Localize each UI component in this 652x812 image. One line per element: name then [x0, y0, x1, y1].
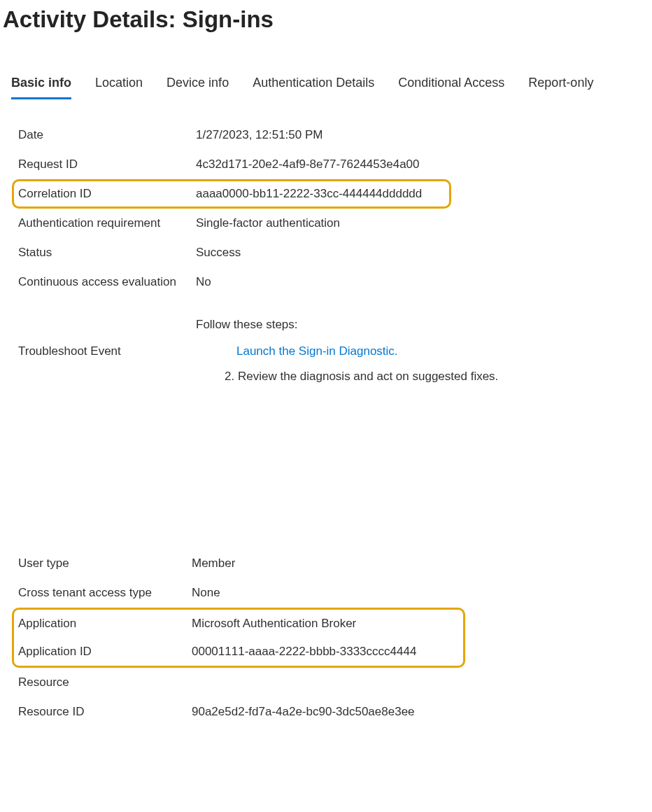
value-resource-id: 90a2e5d2-fd7a-4a2e-bc90-3dc50ae8e3ee	[192, 705, 415, 719]
label-resource-id: Resource ID	[18, 705, 192, 719]
label-continuous-access-eval: Continuous access evaluation	[18, 275, 196, 289]
step-review-diagnosis: Review the diagnosis and act on suggeste…	[238, 370, 652, 384]
troubleshoot-steps: Launch the Sign-in Diagnostic. Review th…	[196, 344, 652, 384]
page-title: Activity Details: Sign-ins	[3, 6, 652, 34]
label-cross-tenant: Cross tenant access type	[18, 586, 192, 600]
row-application-id: Application ID 00001111-aaaa-2222-bbbb-3…	[18, 638, 463, 662]
value-correlation-id: aaaa0000-bb11-2222-33cc-444444dddddd	[196, 187, 422, 201]
row-status: Status Success	[18, 238, 652, 267]
step-launch-diagnostic: Launch the Sign-in Diagnostic.	[236, 344, 652, 358]
row-user-type: User type Member	[18, 549, 652, 578]
tab-authentication-details[interactable]: Authentication Details	[253, 76, 374, 99]
label-status: Status	[18, 246, 196, 260]
row-correlation-id: Correlation ID aaaa0000-bb11-2222-33cc-4…	[18, 186, 449, 202]
tab-location[interactable]: Location	[95, 76, 143, 99]
follow-steps-text: Follow these steps:	[196, 318, 652, 332]
label-troubleshoot-event: Troubleshoot Event	[18, 318, 196, 358]
troubleshoot-content: Follow these steps: Launch the Sign-in D…	[196, 318, 652, 395]
label-date: Date	[18, 128, 196, 142]
row-application: Application Microsoft Authentication Bro…	[18, 614, 463, 638]
row-auth-requirement: Authentication requirement Single-factor…	[18, 209, 652, 238]
row-date: Date 1/27/2023, 12:51:50 PM	[18, 120, 652, 150]
value-application: Microsoft Authentication Broker	[192, 617, 356, 631]
link-launch-signin-diagnostic[interactable]: Launch the Sign-in Diagnostic.	[236, 344, 398, 358]
label-correlation-id: Correlation ID	[18, 187, 196, 201]
highlight-correlation-id: Correlation ID aaaa0000-bb11-2222-33cc-4…	[12, 179, 451, 209]
value-status: Success	[196, 246, 241, 260]
row-resource-id: Resource ID 90a2e5d2-fd7a-4a2e-bc90-3dc5…	[18, 697, 652, 727]
value-user-type: Member	[192, 556, 235, 570]
row-request-id: Request ID 4c32d171-20e2-4af9-8e77-76244…	[18, 150, 652, 179]
row-cross-tenant: Cross tenant access type None	[18, 578, 652, 608]
label-application: Application	[18, 617, 192, 631]
troubleshoot-block: Troubleshoot Event Follow these steps: L…	[18, 318, 652, 395]
label-auth-requirement: Authentication requirement	[18, 216, 196, 230]
label-user-type: User type	[18, 556, 192, 570]
highlight-application: Application Microsoft Authentication Bro…	[12, 608, 465, 668]
tab-basic-info[interactable]: Basic info	[11, 76, 71, 99]
tab-device-info[interactable]: Device info	[166, 76, 229, 99]
value-application-id: 00001111-aaaa-2222-bbbb-3333cccc4444	[192, 645, 416, 659]
tab-report-only[interactable]: Report-only	[528, 76, 593, 99]
value-auth-requirement: Single-factor authentication	[196, 216, 340, 230]
value-continuous-access-eval: No	[196, 275, 211, 289]
tab-conditional-access[interactable]: Conditional Access	[398, 76, 504, 99]
label-resource: Resource	[18, 676, 192, 690]
details-section-1: Date 1/27/2023, 12:51:50 PM Request ID 4…	[18, 120, 652, 395]
value-cross-tenant: None	[192, 586, 220, 600]
tab-bar: Basic info Location Device info Authenti…	[11, 76, 652, 99]
label-application-id: Application ID	[18, 645, 192, 659]
label-request-id: Request ID	[18, 158, 196, 172]
row-resource: Resource	[18, 668, 652, 697]
details-section-2: User type Member Cross tenant access typ…	[18, 549, 652, 727]
value-request-id: 4c32d171-20e2-4af9-8e77-7624453e4a00	[196, 158, 420, 172]
value-date: 1/27/2023, 12:51:50 PM	[196, 128, 323, 142]
row-continuous-access-eval: Continuous access evaluation No	[18, 267, 652, 297]
